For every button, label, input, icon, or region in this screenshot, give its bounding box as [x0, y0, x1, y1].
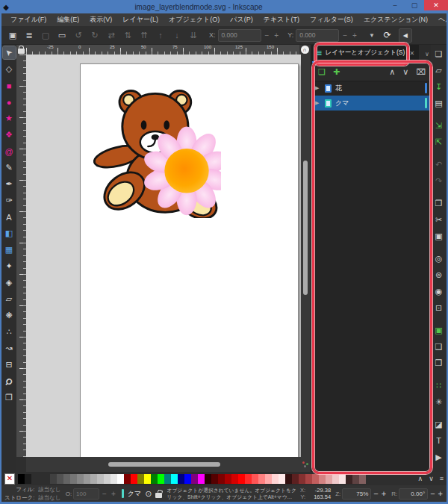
deselect-icon[interactable]: ▢: [37, 31, 54, 40]
color-swatch[interactable]: [272, 474, 279, 484]
tool-select-icon[interactable]: ➤: [3, 46, 16, 59]
color-swatch[interactable]: [346, 474, 352, 484]
opacity-plus-button[interactable]: +: [110, 490, 117, 498]
tool-connector-icon[interactable]: ↝: [3, 342, 16, 355]
layer-row[interactable]: ▶ クマ: [312, 96, 432, 111]
flip-horizontal-icon[interactable]: ⇄: [103, 31, 119, 40]
paste-icon[interactable]: ▣: [432, 230, 445, 242]
color-swatch[interactable]: [339, 474, 346, 484]
tool-star-icon[interactable]: ★: [3, 112, 16, 125]
color-swatch[interactable]: [292, 474, 299, 484]
fill-stroke-icon[interactable]: ◪: [432, 418, 445, 430]
undo-icon[interactable]: ↶: [432, 158, 445, 170]
color-swatch[interactable]: [231, 474, 238, 484]
raise-to-top-icon[interactable]: ⇈: [136, 31, 152, 40]
select-all-icon[interactable]: ▣: [4, 31, 21, 40]
x-input[interactable]: 0.000: [218, 29, 261, 42]
tool-dropper-icon[interactable]: ✦: [3, 260, 16, 273]
tool-text-icon[interactable]: A: [3, 211, 16, 223]
menu-item[interactable]: テキスト(T): [259, 13, 304, 26]
color-swatch[interactable]: [131, 474, 137, 484]
tool-node-icon[interactable]: ◇: [3, 63, 16, 75]
open-icon[interactable]: ▱: [432, 64, 445, 76]
horizontal-ruler[interactable]: -25 0 25 50 75 100 125 150: [26, 45, 301, 55]
export-icon[interactable]: ⇱: [432, 136, 445, 148]
menu-item[interactable]: ファイル(F): [6, 13, 51, 26]
zoom-input[interactable]: 75%: [342, 488, 371, 500]
lower-to-bottom-icon[interactable]: ⇊: [185, 31, 202, 40]
color-swatch[interactable]: [299, 474, 305, 484]
color-swatch[interactable]: [191, 474, 198, 484]
drawing-bear-flower[interactable]: [85, 82, 221, 218]
group-icon[interactable]: ∷: [432, 379, 445, 391]
color-swatch[interactable]: [18, 474, 25, 484]
fill-stroke-indicator[interactable]: フィル: 該当なし ストローク: 該当なし: [4, 486, 61, 502]
color-swatch[interactable]: [184, 474, 191, 484]
unlink-clone-icon[interactable]: ❒: [432, 357, 445, 369]
clone-icon[interactable]: ❑: [432, 340, 445, 352]
tab-layers-objects[interactable]: ≣ レイヤーとオブジェクト(S) ✕: [312, 45, 419, 63]
color-swatch[interactable]: [279, 474, 285, 484]
palette-menu-icon[interactable]: ≡: [440, 475, 444, 482]
guide-lock-button[interactable]: [16, 45, 26, 55]
zoom-minus-button[interactable]: −: [373, 489, 379, 498]
tool-mesh-icon[interactable]: ▦: [3, 243, 16, 256]
menu-item[interactable]: レイヤー(L): [118, 13, 163, 26]
horizontal-scrollbar-thumb[interactable]: [108, 462, 220, 467]
opacity-input[interactable]: 100: [73, 488, 99, 500]
import-icon[interactable]: ⇲: [432, 119, 445, 131]
y-minus-button[interactable]: −: [341, 31, 349, 40]
tool-pen-icon[interactable]: ✒: [3, 178, 16, 190]
save-icon[interactable]: ↧: [432, 81, 445, 93]
tool-calligraphy-icon[interactable]: ✑: [3, 194, 16, 207]
color-swatch[interactable]: [305, 474, 312, 484]
color-swatch[interactable]: [178, 474, 184, 484]
color-swatch[interactable]: [90, 474, 97, 484]
rotation-plus-button[interactable]: +: [438, 489, 444, 498]
tool-gradient-icon[interactable]: ◧: [3, 227, 16, 240]
color-swatch[interactable]: [326, 474, 332, 484]
collapse-toolbar-button[interactable]: ◀: [399, 28, 412, 43]
current-layer-indicator[interactable]: クマ ⊙: [122, 489, 163, 499]
layer-label[interactable]: 花: [335, 84, 421, 93]
color-swatch[interactable]: [43, 474, 50, 484]
color-swatch[interactable]: [171, 474, 178, 484]
close-button[interactable]: ✕: [424, 0, 448, 10]
color-swatch[interactable]: [77, 474, 84, 484]
expand-arrow-icon[interactable]: ▶: [315, 100, 321, 106]
menu-item[interactable]: 表示(V): [85, 13, 116, 26]
menu-item[interactable]: フィルター(S): [305, 13, 358, 26]
tool-rectangle-icon[interactable]: ■: [3, 79, 16, 92]
color-swatch[interactable]: [144, 474, 151, 484]
units-dropdown[interactable]: ▼: [369, 32, 375, 39]
add-layer-icon[interactable]: ❏: [318, 67, 326, 77]
select-same-icon[interactable]: ≣: [21, 31, 37, 40]
color-swatch[interactable]: [104, 474, 111, 484]
selection-box-icon[interactable]: ▭: [54, 31, 70, 40]
expand-arrow-icon[interactable]: ▶: [315, 85, 321, 91]
layer-color-tag[interactable]: [425, 83, 427, 93]
ungroup-icon[interactable]: ✳: [432, 396, 445, 408]
move-to-layer-icon[interactable]: ✚: [333, 67, 340, 77]
color-swatch[interactable]: [205, 474, 211, 484]
lower-layer-icon[interactable]: ∨: [402, 67, 408, 77]
color-swatch[interactable]: [352, 474, 359, 484]
tool-3dbox-icon[interactable]: ❖: [3, 128, 16, 141]
tool-pencil-icon[interactable]: ✎: [3, 161, 16, 174]
layer-color-tag[interactable]: [425, 98, 427, 108]
new-document-icon[interactable]: ❏: [432, 48, 445, 60]
tool-zoom-icon[interactable]: Ϙ: [3, 375, 16, 388]
color-swatch[interactable]: [218, 474, 225, 484]
layer-visibility-icon[interactable]: ⊙: [145, 489, 152, 499]
color-swatch[interactable]: [31, 474, 43, 484]
menu-item[interactable]: エクステンション(N): [359, 13, 432, 26]
zoom-plus-button[interactable]: +: [381, 489, 387, 498]
color-swatch[interactable]: [285, 474, 292, 484]
layer-row[interactable]: ▶ 花: [312, 81, 432, 96]
tool-paint-bucket-icon[interactable]: ◈: [3, 276, 16, 289]
zoom-drawing-icon[interactable]: ⊚: [432, 269, 445, 281]
reset-rotation-icon[interactable]: ⟳: [384, 30, 391, 40]
copy-icon[interactable]: ❐: [432, 197, 445, 209]
panel-close-icon[interactable]: ✕: [409, 50, 414, 57]
delete-layer-icon[interactable]: ⌧: [416, 67, 426, 77]
